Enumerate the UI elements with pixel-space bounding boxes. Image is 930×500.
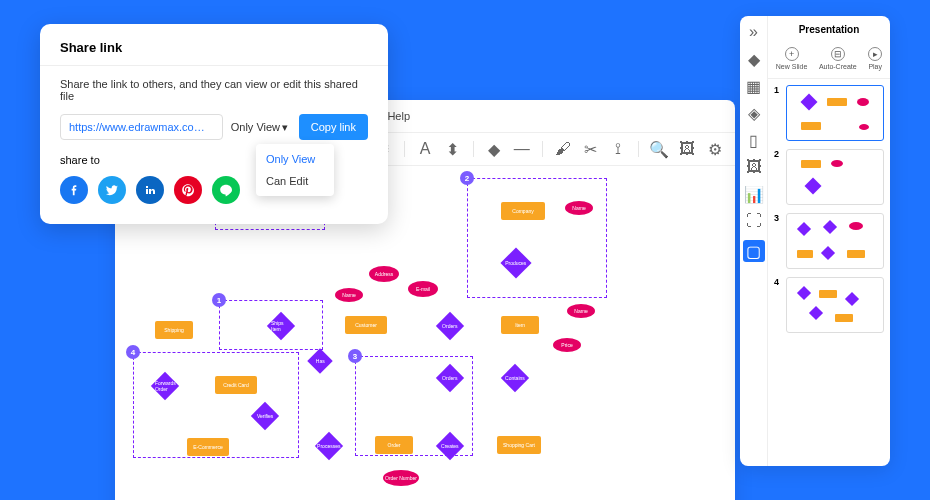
size-icon[interactable]: ⬍	[443, 139, 463, 159]
fill-tool-icon[interactable]: ◆	[746, 51, 762, 67]
presentation-content: Presentation +New Slide ⊟Auto-Create ▸Pl…	[768, 16, 890, 466]
slide-item[interactable]: 2	[774, 149, 884, 205]
presentation-icon[interactable]: ▢	[743, 240, 765, 262]
new-slide-button[interactable]: +New Slide	[776, 47, 808, 70]
search-icon[interactable]: 🔍	[649, 139, 669, 159]
selection-badge: 1	[212, 293, 226, 307]
permission-select[interactable]: Only View ▾	[231, 121, 291, 134]
layers-icon[interactable]: ◈	[746, 105, 762, 121]
attribute-address[interactable]: Address	[369, 266, 399, 282]
entity-shipping[interactable]: Shipping	[155, 321, 193, 339]
linkedin-icon[interactable]	[136, 176, 164, 204]
slide-list: 1 2 3	[768, 79, 890, 466]
entity-customer[interactable]: Customer	[345, 316, 387, 334]
line-icon[interactable]: ―	[512, 139, 532, 159]
image-icon[interactable]: 🖼	[677, 139, 697, 159]
slide-item[interactable]: 3	[774, 213, 884, 269]
right-toolbar: » ◆ ▦ ◈ ▯ 🖼 📊 ⛶ ▢	[740, 16, 768, 466]
grid-icon[interactable]: ▦	[746, 78, 762, 94]
paint-icon[interactable]: 🖌	[553, 139, 573, 159]
attribute-e-mail[interactable]: E-mail	[408, 281, 438, 297]
slide-item[interactable]: 4	[774, 277, 884, 333]
attribute-name[interactable]: Name	[335, 288, 363, 302]
chart-icon[interactable]: 📊	[746, 186, 762, 202]
attribute-order-number[interactable]: Order Number	[383, 470, 419, 486]
share-url-field[interactable]: https://www.edrawmax.com/server...	[60, 114, 223, 140]
permission-dropdown: Only View Can Edit	[256, 144, 334, 196]
action-contains[interactable]: Contains	[501, 364, 529, 392]
selection-badge: 3	[348, 349, 362, 363]
entity-shopping-cart[interactable]: Shopping Cart	[497, 436, 541, 454]
eyedropper-icon[interactable]: ✂	[580, 139, 600, 159]
selection-badge: 4	[126, 345, 140, 359]
share-title: Share link	[60, 40, 368, 55]
entity-item[interactable]: Item	[501, 316, 539, 334]
chevron-down-icon: ▾	[282, 121, 288, 134]
slide-thumb-1[interactable]	[786, 85, 884, 141]
play-button[interactable]: ▸Play	[868, 47, 882, 70]
font-icon[interactable]: A	[415, 139, 435, 159]
action-has[interactable]: Has	[307, 348, 332, 373]
option-only-view[interactable]: Only View	[256, 148, 334, 170]
fullscreen-icon[interactable]: ⛶	[746, 213, 762, 229]
twitter-icon[interactable]	[98, 176, 126, 204]
slide-thumb-3[interactable]	[786, 213, 884, 269]
collapse-icon[interactable]: »	[746, 24, 762, 40]
line-icon[interactable]	[212, 176, 240, 204]
pinterest-icon[interactable]	[174, 176, 202, 204]
attribute-name[interactable]: Name	[567, 304, 595, 318]
slide-item[interactable]: 1	[774, 85, 884, 141]
option-can-edit[interactable]: Can Edit	[256, 170, 334, 192]
selection-box	[467, 178, 607, 298]
share-description: Share the link to others, and they can v…	[60, 78, 368, 102]
presentation-title: Presentation	[768, 16, 890, 43]
share-dialog: Share link Share the link to others, and…	[40, 24, 388, 224]
page-icon[interactable]: ▯	[746, 132, 762, 148]
menu-help[interactable]: Help	[387, 110, 410, 122]
crop-icon[interactable]: ⟟	[608, 139, 628, 159]
selection-box	[133, 352, 299, 458]
settings-icon[interactable]: ⚙	[705, 139, 725, 159]
selection-badge: 2	[460, 171, 474, 185]
facebook-icon[interactable]	[60, 176, 88, 204]
slide-thumb-4[interactable]	[786, 277, 884, 333]
fill-icon[interactable]: ◆	[484, 139, 504, 159]
selection-box	[219, 300, 323, 350]
action-orders[interactable]: Orders	[436, 312, 464, 340]
attribute-price[interactable]: Price	[553, 338, 581, 352]
slide-thumb-2[interactable]	[786, 149, 884, 205]
auto-create-button[interactable]: ⊟Auto-Create	[819, 47, 857, 70]
presentation-panel: » ◆ ▦ ◈ ▯ 🖼 📊 ⛶ ▢ Presentation +New Slid…	[740, 16, 890, 466]
copy-link-button[interactable]: Copy link	[299, 114, 368, 140]
picture-icon[interactable]: 🖼	[746, 159, 762, 175]
selection-box	[355, 356, 473, 456]
action-processes[interactable]: Processes	[315, 432, 343, 460]
